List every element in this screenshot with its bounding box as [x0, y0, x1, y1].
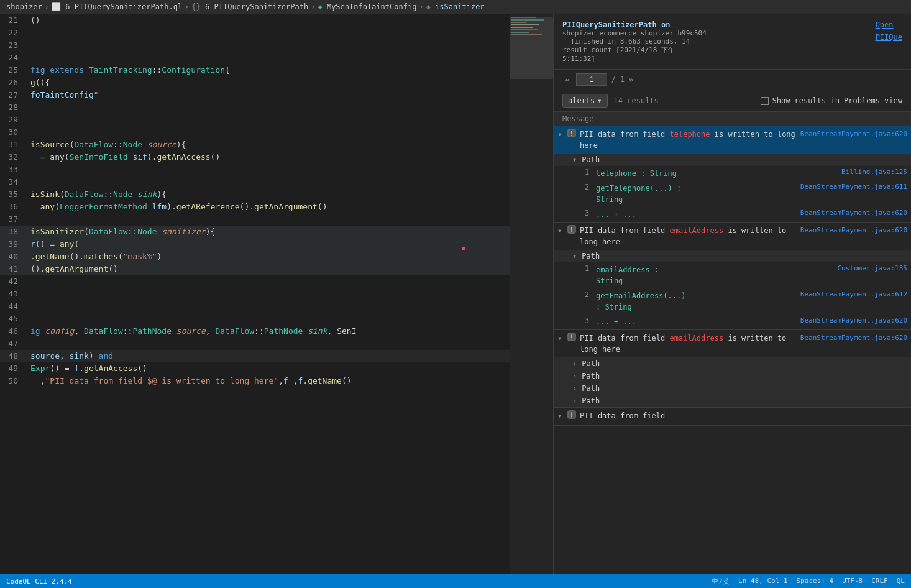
status-eol: CRLF: [871, 577, 888, 586]
path-label-1: Path: [582, 155, 600, 164]
nav-page-input[interactable]: [576, 73, 607, 86]
path-row-2[interactable]: ▾ Path: [554, 250, 911, 262]
status-encoding: UTF-8: [842, 577, 863, 586]
path-row-3-4[interactable]: › Path: [554, 395, 911, 407]
status-lang: 中/英: [712, 577, 730, 586]
breadcrumb-file[interactable]: ⬜ 6-PIIQuerySanitizerPath.ql: [52, 2, 182, 11]
status-cursor: Ln 48, Col 1: [738, 577, 787, 586]
code-line-25: 25 fig extends TaintTracking::Configurat…: [0, 64, 510, 76]
path-expand-icon-3-1: ›: [572, 359, 577, 368]
results-list[interactable]: ▾ PII data from field telephone is writt…: [554, 126, 911, 574]
nav-prev-button[interactable]: «: [562, 73, 572, 86]
path-loc-2-3[interactable]: BeanStreamPayment.java:620: [800, 316, 907, 324]
result-message-1: PII data from field telephone is written…: [580, 129, 800, 151]
path-num-1-3: 3: [585, 209, 596, 218]
breadcrumb-class[interactable]: ◈ MySenInfoTaintConfig: [318, 2, 416, 11]
code-line-36: 36 any(LoggerFormatMethod lfm).getARefer…: [0, 201, 510, 213]
path-item-1-2[interactable]: 2 getTelephone(...) :String BeanStreamPa…: [554, 181, 911, 207]
result-row-2[interactable]: ▾ PII data from field emailAddress is wr…: [554, 223, 911, 250]
path-loc-2-1[interactable]: Customer.java:185: [814, 264, 907, 272]
breadcrumb-method[interactable]: ◈ isSanitizer: [426, 2, 485, 11]
code-line-29: 29: [0, 114, 510, 126]
svg-point-8: [571, 339, 572, 340]
path-item-2-3[interactable]: 3 ... + ... BeanStreamPayment.java:620: [554, 315, 911, 329]
path-text-2-1: emailAddress :String: [596, 264, 814, 287]
path-text-1-1: telephone : String: [596, 168, 814, 179]
path-item-2-2[interactable]: 2 getEmailAddress(...): String BeanStrea…: [554, 288, 911, 315]
path-num-1-2: 2: [585, 183, 596, 191]
code-line-44: 44: [0, 300, 510, 313]
right-panel: PIIQuerySanitizerPath on shopizer-ecomme…: [553, 14, 911, 574]
result-location-3[interactable]: BeanStreamPayment.java:620: [800, 334, 907, 342]
path-label-3-4: Path: [582, 397, 600, 405]
result-message-4: PII data from field: [580, 410, 907, 421]
code-line-47: 47: [0, 338, 510, 350]
query-title: PIIQuerySanitizerPath on: [562, 21, 707, 29]
path-row-3-1[interactable]: › Path: [554, 357, 911, 370]
path-text-1-2: getTelephone(...) :String: [596, 183, 800, 205]
path-item-1-1[interactable]: 1 telephone : String Billing.java:125: [554, 166, 911, 181]
breadcrumb-namespace[interactable]: {} 6-PIIQuerySanitizerPath: [191, 2, 308, 11]
expand-icon-2: ▾: [557, 226, 567, 235]
show-problems-checkbox[interactable]: [761, 97, 769, 105]
open-link[interactable]: Open: [876, 21, 902, 29]
path-expand-icon-1: ▾: [572, 155, 577, 164]
result-group-4: ▾ PII data from field: [554, 408, 911, 426]
breadcrumb-shopizer[interactable]: shopizer: [6, 2, 42, 11]
code-line-40: 40 .getName().matches("mask%"): [0, 250, 510, 263]
svg-point-5: [571, 231, 572, 232]
nav-row: « / 1 »: [554, 70, 911, 90]
path-item-2-1[interactable]: 1 emailAddress :String Customer.java:185: [554, 262, 911, 288]
result-row-3[interactable]: ▾ PII data from field emailAddress is wr…: [554, 330, 911, 357]
result-location-1[interactable]: BeanStreamPayment.java:620: [800, 130, 907, 138]
path-loc-1-3[interactable]: BeanStreamPayment.java:620: [800, 209, 907, 217]
status-bar: CodeQL CLI 2.4.4 中/英 Ln 48, Col 1 Spaces…: [0, 574, 911, 588]
code-line-26: 26 g(){: [0, 76, 510, 89]
code-line-24: 24: [0, 52, 510, 64]
code-line-35: 35 isSink(DataFlow::Node sink){: [0, 188, 510, 201]
path-loc-2-2[interactable]: BeanStreamPayment.java:612: [800, 290, 907, 298]
path-item-1-3[interactable]: 3 ... + ... BeanStreamPayment.java:620: [554, 207, 911, 222]
breadcrumb: shopizer › ⬜ 6-PIIQuerySanitizerPath.ql …: [0, 0, 911, 14]
code-line-49: 49 Expr() = f.getAnAccess(): [0, 362, 510, 375]
query-subtitle: shopizer-ecommerce_shopizer_b99c504: [562, 29, 707, 37]
code-line-21: 21 (): [0, 14, 510, 27]
dropdown-chevron-icon: ▾: [597, 96, 602, 105]
expand-icon-1: ▾: [557, 130, 567, 139]
path-loc-1-1[interactable]: Billing.java:125: [814, 168, 907, 176]
query-details: - finished in 8.663 seconds, 14: [562, 37, 707, 45]
result-warning-icon-4: [567, 410, 580, 421]
result-row-4[interactable]: ▾ PII data from field: [554, 408, 911, 425]
message-col-header: Message: [562, 114, 902, 123]
path-text-1-3: ... + ...: [596, 209, 800, 220]
code-line-32: 32 = any(SenInfoField sif).getAnAccess(): [0, 151, 510, 163]
code-line-50: 50 ,"PII data from field $@ is written t…: [0, 375, 510, 387]
result-group-3: ▾ PII data from field emailAddress is wr…: [554, 330, 911, 408]
code-line-42: 42: [0, 275, 510, 288]
path-num-2-1: 1: [585, 264, 596, 273]
path-num-1-1: 1: [585, 168, 596, 177]
path-row-3-2[interactable]: › Path: [554, 370, 911, 382]
result-warning-icon-1: [567, 129, 580, 139]
svg-point-2: [571, 135, 572, 136]
show-problems-control[interactable]: Show results in Problems view: [761, 96, 902, 105]
nav-total: / 1: [611, 75, 625, 84]
status-codeql: CodeQL CLI 2.4.4: [6, 577, 72, 586]
result-location-2[interactable]: BeanStreamPayment.java:620: [800, 226, 907, 234]
nav-next-button[interactable]: »: [628, 75, 633, 85]
path-expand-icon-3-3: ›: [572, 384, 577, 393]
path-row-1[interactable]: ▾ Path: [554, 154, 911, 166]
code-line-41: 41 ().getAnArgument(): [0, 263, 510, 275]
path-loc-1-2[interactable]: BeanStreamPayment.java:611: [800, 183, 907, 191]
path-row-3-3[interactable]: › Path: [554, 382, 911, 395]
query-result-count: result count [2021/4/18 下午: [562, 45, 707, 55]
alert-dropdown[interactable]: alerts ▾: [562, 94, 608, 108]
path-expand-icon-3-4: ›: [572, 397, 577, 405]
open-piique-link[interactable]: PIIQue: [876, 33, 902, 42]
status-language: QL: [897, 577, 905, 586]
path-label-3-3: Path: [582, 384, 600, 393]
code-editor[interactable]: 21 () 22 23 24 25 fig extends TaintTra: [0, 14, 510, 574]
result-row-1[interactable]: ▾ PII data from field telephone is writt…: [554, 126, 911, 154]
code-panel: 21 () 22 23 24 25 fig extends TaintTra: [0, 14, 510, 574]
code-line-31: 31 isSource(DataFlow::Node source){: [0, 139, 510, 151]
